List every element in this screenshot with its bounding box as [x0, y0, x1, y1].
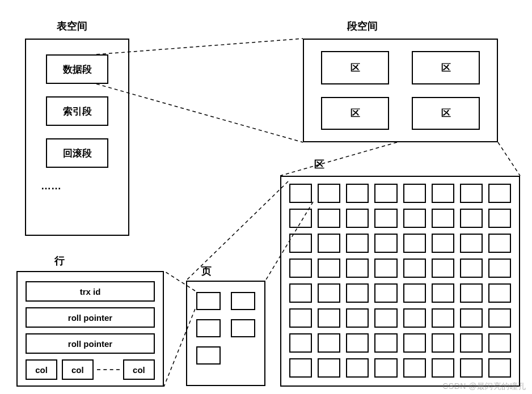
- col-field: col: [26, 359, 57, 380]
- col-dots: [97, 369, 120, 370]
- extent-page-cell: [289, 358, 312, 378]
- page-row-cell: [231, 319, 255, 337]
- extent-page-cell: [318, 283, 340, 303]
- segment-item: 索引段: [46, 96, 108, 126]
- row-field: roll pointer: [26, 333, 155, 354]
- extent-page-cell: [403, 283, 426, 303]
- extent-page-cell: [403, 259, 426, 278]
- extent-page-cell: [346, 259, 369, 278]
- extent-page-cell: [289, 209, 312, 228]
- page-row-cell: [196, 346, 221, 365]
- extent-page-cell: [346, 209, 369, 228]
- extent-page-cell: [318, 358, 340, 378]
- extent-page-cell: [289, 333, 312, 353]
- extent-page-cell: [374, 259, 397, 278]
- extent-page-cell: [432, 283, 454, 303]
- extent-page-cell: [346, 308, 369, 328]
- extent-page-cell: [432, 308, 454, 328]
- extent-page-cell: [346, 283, 369, 303]
- extent-page-cell: [318, 333, 340, 353]
- extent-page-cell: [460, 234, 483, 253]
- extent-page-cell: [403, 333, 426, 353]
- extent-page-cell: [460, 358, 483, 378]
- extent-page-cell: [403, 184, 426, 203]
- extent-page-cell: [488, 308, 511, 328]
- extent-page-cell: [403, 358, 426, 378]
- extent-page-cell: [318, 308, 340, 328]
- extent-page-cell: [346, 358, 369, 378]
- extent-page-cell: [374, 234, 397, 253]
- page-box: [186, 281, 265, 386]
- page-title: 页: [201, 264, 212, 278]
- svg-line-2: [280, 142, 397, 176]
- extent-page-cell: [374, 308, 397, 328]
- row-columns: col col col: [26, 359, 155, 380]
- col-field: col: [123, 359, 155, 380]
- extent-page-cell: [432, 209, 454, 228]
- page-row-cell: [231, 292, 255, 310]
- segspace-title: 段空间: [347, 19, 378, 33]
- extent-page-cell: [374, 184, 397, 203]
- extent-page-cell: [488, 333, 511, 353]
- extent-page-cell: [318, 209, 340, 228]
- extent-title: 区: [314, 158, 324, 171]
- extent-page-cell: [460, 184, 483, 203]
- extent-cell: 区: [321, 97, 389, 130]
- watermark: CSDN @最闪亮的瞳孔: [442, 382, 526, 392]
- extent-box: [280, 176, 520, 387]
- row-field: trx id: [26, 281, 155, 302]
- extent-page-cell: [346, 234, 369, 253]
- extent-page-cell: [346, 333, 369, 353]
- extent-page-cell: [374, 358, 397, 378]
- tablespace-title: 表空间: [57, 19, 87, 33]
- extent-page-cell: [488, 209, 511, 228]
- extent-page-cell: [460, 308, 483, 328]
- tablespace-box: 数据段 索引段 回滚段 ……: [25, 39, 129, 236]
- extent-cell: 区: [321, 51, 389, 84]
- extent-page-cell: [460, 209, 483, 228]
- extent-page-cell: [346, 184, 369, 203]
- extent-page-cell: [289, 283, 312, 303]
- extent-cell: 区: [412, 97, 480, 130]
- extent-page-cell: [318, 259, 340, 278]
- extent-page-cell: [318, 184, 340, 203]
- ellipsis: ……: [26, 180, 128, 192]
- segment-item: 数据段: [46, 54, 108, 84]
- extent-page-cell: [289, 259, 312, 278]
- extent-page-cell: [488, 259, 511, 278]
- extent-page-cell: [432, 234, 454, 253]
- extent-page-cell: [403, 234, 426, 253]
- extent-cell: 区: [412, 51, 480, 84]
- extent-page-cell: [432, 333, 454, 353]
- extent-page-cell: [289, 234, 312, 253]
- extent-page-cell: [374, 333, 397, 353]
- extent-page-cell: [488, 234, 511, 253]
- extent-page-cell: [460, 283, 483, 303]
- extent-page-cell: [488, 358, 511, 378]
- segment-item: 回滚段: [46, 138, 108, 168]
- extent-page-cell: [289, 308, 312, 328]
- svg-line-3: [498, 142, 520, 176]
- extent-page-cell: [318, 234, 340, 253]
- page-row-cell: [196, 292, 221, 310]
- extent-page-cell: [432, 184, 454, 203]
- extent-page-cell: [460, 333, 483, 353]
- extent-page-cell: [403, 209, 426, 228]
- extent-page-cell: [374, 283, 397, 303]
- extent-page-cell: [374, 209, 397, 228]
- extent-page-cell: [488, 184, 511, 203]
- row-box: trx id roll pointer roll pointer col col…: [16, 271, 164, 387]
- row-field: roll pointer: [26, 307, 155, 328]
- extent-page-cell: [432, 358, 454, 378]
- extent-page-cell: [403, 308, 426, 328]
- row-title: 行: [54, 254, 65, 268]
- extent-page-cell: [289, 184, 312, 203]
- page-row-cell: [196, 319, 221, 337]
- col-field: col: [62, 359, 94, 380]
- extent-page-cell: [460, 259, 483, 278]
- extent-page-cell: [488, 283, 511, 303]
- segspace-box: 区 区 区 区: [303, 39, 498, 142]
- extent-page-cell: [432, 259, 454, 278]
